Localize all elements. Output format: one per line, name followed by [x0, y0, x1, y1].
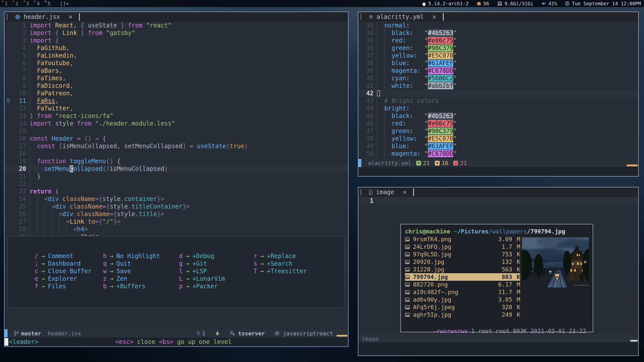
line-number: 35 [361, 37, 373, 44]
file-row: 9rsmTK4.png3.09M [405, 235, 520, 243]
whichkey-item: h→No Highlight [101, 252, 177, 260]
whichkey-item: c→Close Buffer [32, 267, 101, 275]
code-line: 17▏ const [isMenuCollapsed, setMenuColla… [5, 142, 348, 150]
filetype-label: javascriptreact [283, 330, 333, 337]
line-number: 6 [12, 59, 26, 67]
file-row: 882720.png6.17M [405, 281, 520, 288]
code-line: 35▏ ▏ red: "#e06c75" [358, 37, 638, 44]
file-row: a19c482f~.png11.7M [405, 288, 520, 296]
file-permissions-line: -rwxrwxrwx 1 root root 803K 2021-03-01 2… [405, 319, 589, 327]
tab-title: header.jsx [24, 13, 60, 20]
gears-icon [230, 331, 235, 336]
image-buffer[interactable]: 1 chris@machine ~/Pictures/wallpapers/79… [358, 197, 638, 335]
tab-alacritty-yml[interactable]: alacritty.yml × [364, 12, 440, 22]
memory-module: 9.6Gi/31Gi [497, 1, 533, 6]
yaml-statusline: alacritty.yml +21 16 −21 [358, 159, 638, 167]
line-number: 12 [12, 105, 26, 112]
watermark-text: www.DesktopBackground.org [574, 285, 589, 286]
git-branch-icon [14, 331, 19, 336]
line-number: 47 [361, 127, 373, 135]
line-number: 28 [12, 225, 26, 233]
whichkey-item: T→+Treesitter [251, 267, 307, 275]
code-line: 19▏ function toggleMenu() { [5, 157, 348, 165]
line-number: 2 [12, 29, 26, 37]
code-line: 10▏ FaPatreon, [5, 90, 348, 97]
volume-icon [541, 1, 546, 6]
yaml-buffer[interactable]: 33▏ normal:34▏ ▏ black: "#4b5263"35▏ ▏ r… [358, 22, 638, 159]
workspace-button-5[interactable]: 5 [46, 1, 50, 6]
tab-image[interactable]: image × [364, 187, 411, 197]
whichkey-item: r→+Replace [251, 252, 307, 260]
line-number: 39 [361, 67, 373, 74]
package-icon [477, 1, 481, 6]
git-removed-count: 21 [460, 160, 467, 166]
workspace-button-2[interactable]: 2 [14, 1, 18, 6]
image-file-icon [405, 260, 413, 264]
line-number: 41 [361, 82, 373, 90]
wallpaper-thumbnail: www.DesktopBackground.org [522, 237, 589, 288]
workspace-button-1[interactable]: 1 [3, 1, 8, 6]
line-number: 21 [12, 173, 26, 180]
file-icon [368, 190, 373, 195]
line-number: 17 [12, 142, 26, 150]
code-line: 21▏ } [5, 173, 348, 180]
image-file-icon [405, 290, 413, 294]
file-row: 31228.jpg563K [405, 266, 520, 273]
line-number: 44 [361, 105, 373, 112]
code-line: 26▏ ▏ ▏ ▏ <div className={style.title}> [5, 210, 348, 218]
line-number: 14 [12, 120, 26, 127]
code-line: 36▏ ▏ green: "#98C379" [358, 44, 638, 52]
close-icon[interactable]: × [403, 189, 407, 195]
close-icon[interactable]: × [432, 14, 436, 20]
line-number: 1 [361, 197, 373, 205]
git-branch-label: master [21, 330, 41, 337]
statusline-filename: header.jsx [48, 330, 81, 337]
command-line[interactable]: <leader> <esc> close <bs> go up one leve… [5, 337, 348, 346]
yaml-window[interactable]: alacritty.yml × 33▏ normal:34▏ ▏ black: … [358, 12, 639, 177]
tab-title: image [376, 189, 394, 196]
image-window[interactable]: image × 1 chris@machine ~/Pictures/wallp… [358, 187, 639, 356]
git-modified-icon [435, 161, 440, 166]
line-number: 27 [12, 218, 26, 225]
code-line: 24▏ ▏ <div className={style.container}> [5, 195, 348, 203]
lightbulb-icon [196, 331, 201, 336]
line-number: 26 [12, 210, 26, 218]
line-number: 4 [12, 44, 26, 52]
image-preview-panel: chris@machine ~/Pictures/wallpapers/7997… [400, 224, 593, 332]
layout-symbol[interactable]: []= [60, 1, 68, 6]
workspace-button-4[interactable]: 4 [35, 1, 40, 6]
whichkey-item: /→Comment [32, 252, 101, 260]
line-number: 25 [12, 203, 26, 210]
code-line: 20▏ ▏ setMenuCollapsed(!isMenuCollapsed) [5, 165, 348, 173]
command-line[interactable] [358, 342, 638, 355]
line-number: 13 [12, 112, 26, 120]
tabline-cursor [413, 188, 414, 196]
code-line: 14import style from "./header.module.les… [5, 120, 348, 127]
code-line: 44▏ bright: [358, 105, 638, 112]
tabline-edge-indicator [360, 189, 361, 195]
workspace-indicator [13, 1, 14, 2]
close-icon[interactable]: × [69, 14, 73, 20]
line-number: 40 [361, 74, 373, 82]
editor-window[interactable]: header.jsx × 1import React, { useState }… [4, 12, 349, 347]
kernel-module: 5.14.2-arch1-2 [422, 1, 469, 6]
volume-module: 41% [541, 1, 557, 6]
line-number: 15 [12, 127, 26, 135]
tab-header-jsx[interactable]: header.jsx × [11, 12, 77, 22]
command-line[interactable] [358, 167, 638, 176]
workspace-indicator [2, 1, 4, 2]
image-file-icon [405, 252, 413, 257]
code-line: 43▏ # Bright colors [358, 97, 638, 105]
memory-icon [497, 1, 502, 6]
code-line: 34▏ ▏ black: "#4b5263" [358, 29, 638, 37]
line-number: 18 [12, 150, 26, 157]
whichkey-item: g→+Git [177, 260, 251, 267]
workspace-button-3[interactable]: 3 [24, 1, 29, 6]
editor-buffer[interactable]: 1import React, { useState } from "react"… [5, 22, 348, 329]
file-row: 20920.jpg132K [405, 258, 520, 266]
line-number: 8 [12, 74, 26, 82]
file-row: 24LrDFQ.jpg1.7M [405, 243, 520, 251]
pending-keys: <leader> [9, 338, 38, 345]
code-line: 9▏ FaDiscord, [5, 82, 348, 90]
line-number: 16 [12, 135, 26, 142]
